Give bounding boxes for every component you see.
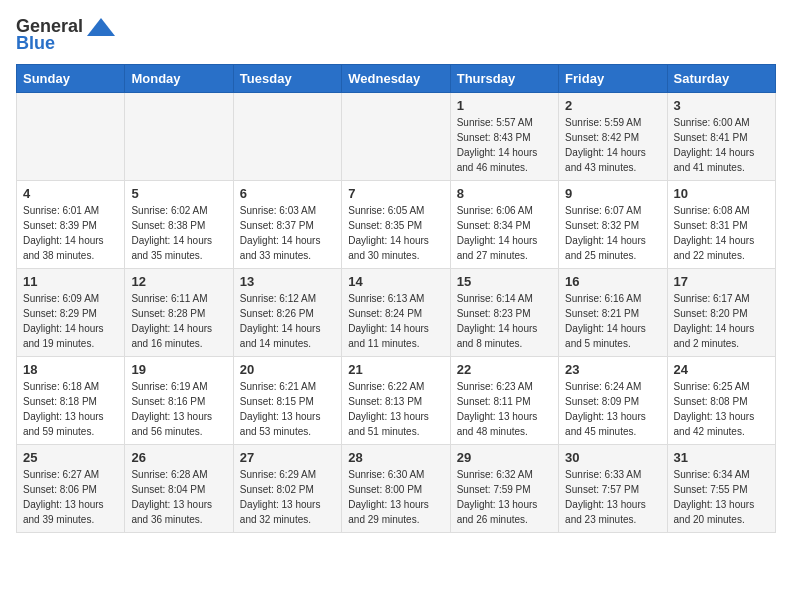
day-number: 11 [23,274,118,289]
day-info: Sunrise: 6:01 AMSunset: 8:39 PMDaylight:… [23,203,118,263]
day-number: 3 [674,98,769,113]
day-info: Sunrise: 6:33 AMSunset: 7:57 PMDaylight:… [565,467,660,527]
day-info: Sunrise: 6:25 AMSunset: 8:08 PMDaylight:… [674,379,769,439]
day-cell-20: 20Sunrise: 6:21 AMSunset: 8:15 PMDayligh… [233,357,341,445]
day-info: Sunrise: 6:34 AMSunset: 7:55 PMDaylight:… [674,467,769,527]
week-row-5: 25Sunrise: 6:27 AMSunset: 8:06 PMDayligh… [17,445,776,533]
day-cell-28: 28Sunrise: 6:30 AMSunset: 8:00 PMDayligh… [342,445,450,533]
day-number: 23 [565,362,660,377]
logo-icon [87,18,115,36]
day-info: Sunrise: 6:22 AMSunset: 8:13 PMDaylight:… [348,379,443,439]
day-cell-5: 5Sunrise: 6:02 AMSunset: 8:38 PMDaylight… [125,181,233,269]
header-day-tuesday: Tuesday [233,65,341,93]
day-number: 29 [457,450,552,465]
calendar-table: SundayMondayTuesdayWednesdayThursdayFrid… [16,64,776,533]
day-info: Sunrise: 6:28 AMSunset: 8:04 PMDaylight:… [131,467,226,527]
day-cell-13: 13Sunrise: 6:12 AMSunset: 8:26 PMDayligh… [233,269,341,357]
day-info: Sunrise: 6:11 AMSunset: 8:28 PMDaylight:… [131,291,226,351]
day-number: 16 [565,274,660,289]
empty-cell [342,93,450,181]
header-day-sunday: Sunday [17,65,125,93]
day-cell-29: 29Sunrise: 6:32 AMSunset: 7:59 PMDayligh… [450,445,558,533]
day-cell-19: 19Sunrise: 6:19 AMSunset: 8:16 PMDayligh… [125,357,233,445]
week-row-1: 1Sunrise: 5:57 AMSunset: 8:43 PMDaylight… [17,93,776,181]
header-day-friday: Friday [559,65,667,93]
svg-marker-0 [87,18,115,36]
day-number: 17 [674,274,769,289]
day-number: 8 [457,186,552,201]
day-info: Sunrise: 6:17 AMSunset: 8:20 PMDaylight:… [674,291,769,351]
day-cell-31: 31Sunrise: 6:34 AMSunset: 7:55 PMDayligh… [667,445,775,533]
day-number: 28 [348,450,443,465]
day-info: Sunrise: 6:24 AMSunset: 8:09 PMDaylight:… [565,379,660,439]
day-number: 1 [457,98,552,113]
day-number: 21 [348,362,443,377]
day-number: 22 [457,362,552,377]
day-cell-23: 23Sunrise: 6:24 AMSunset: 8:09 PMDayligh… [559,357,667,445]
empty-cell [125,93,233,181]
day-cell-24: 24Sunrise: 6:25 AMSunset: 8:08 PMDayligh… [667,357,775,445]
header-day-wednesday: Wednesday [342,65,450,93]
day-cell-7: 7Sunrise: 6:05 AMSunset: 8:35 PMDaylight… [342,181,450,269]
day-cell-8: 8Sunrise: 6:06 AMSunset: 8:34 PMDaylight… [450,181,558,269]
day-info: Sunrise: 6:02 AMSunset: 8:38 PMDaylight:… [131,203,226,263]
calendar-header: SundayMondayTuesdayWednesdayThursdayFrid… [17,65,776,93]
day-info: Sunrise: 6:08 AMSunset: 8:31 PMDaylight:… [674,203,769,263]
empty-cell [17,93,125,181]
day-info: Sunrise: 6:05 AMSunset: 8:35 PMDaylight:… [348,203,443,263]
day-info: Sunrise: 6:06 AMSunset: 8:34 PMDaylight:… [457,203,552,263]
day-info: Sunrise: 5:59 AMSunset: 8:42 PMDaylight:… [565,115,660,175]
day-cell-2: 2Sunrise: 5:59 AMSunset: 8:42 PMDaylight… [559,93,667,181]
day-number: 26 [131,450,226,465]
day-cell-25: 25Sunrise: 6:27 AMSunset: 8:06 PMDayligh… [17,445,125,533]
day-cell-16: 16Sunrise: 6:16 AMSunset: 8:21 PMDayligh… [559,269,667,357]
day-info: Sunrise: 6:12 AMSunset: 8:26 PMDaylight:… [240,291,335,351]
week-row-2: 4Sunrise: 6:01 AMSunset: 8:39 PMDaylight… [17,181,776,269]
day-number: 2 [565,98,660,113]
day-info: Sunrise: 6:32 AMSunset: 7:59 PMDaylight:… [457,467,552,527]
day-number: 10 [674,186,769,201]
header-day-monday: Monday [125,65,233,93]
calendar-body: 1Sunrise: 5:57 AMSunset: 8:43 PMDaylight… [17,93,776,533]
empty-cell [233,93,341,181]
day-number: 6 [240,186,335,201]
day-cell-9: 9Sunrise: 6:07 AMSunset: 8:32 PMDaylight… [559,181,667,269]
day-cell-27: 27Sunrise: 6:29 AMSunset: 8:02 PMDayligh… [233,445,341,533]
day-info: Sunrise: 6:00 AMSunset: 8:41 PMDaylight:… [674,115,769,175]
day-info: Sunrise: 6:29 AMSunset: 8:02 PMDaylight:… [240,467,335,527]
day-info: Sunrise: 6:30 AMSunset: 8:00 PMDaylight:… [348,467,443,527]
day-cell-15: 15Sunrise: 6:14 AMSunset: 8:23 PMDayligh… [450,269,558,357]
day-cell-10: 10Sunrise: 6:08 AMSunset: 8:31 PMDayligh… [667,181,775,269]
week-row-4: 18Sunrise: 6:18 AMSunset: 8:18 PMDayligh… [17,357,776,445]
day-info: Sunrise: 6:23 AMSunset: 8:11 PMDaylight:… [457,379,552,439]
day-number: 7 [348,186,443,201]
day-number: 31 [674,450,769,465]
header-day-saturday: Saturday [667,65,775,93]
day-cell-26: 26Sunrise: 6:28 AMSunset: 8:04 PMDayligh… [125,445,233,533]
day-cell-18: 18Sunrise: 6:18 AMSunset: 8:18 PMDayligh… [17,357,125,445]
day-number: 25 [23,450,118,465]
day-cell-14: 14Sunrise: 6:13 AMSunset: 8:24 PMDayligh… [342,269,450,357]
day-number: 30 [565,450,660,465]
day-number: 15 [457,274,552,289]
day-number: 14 [348,274,443,289]
header-row: SundayMondayTuesdayWednesdayThursdayFrid… [17,65,776,93]
day-cell-6: 6Sunrise: 6:03 AMSunset: 8:37 PMDaylight… [233,181,341,269]
day-info: Sunrise: 6:09 AMSunset: 8:29 PMDaylight:… [23,291,118,351]
day-info: Sunrise: 6:21 AMSunset: 8:15 PMDaylight:… [240,379,335,439]
day-number: 24 [674,362,769,377]
day-cell-1: 1Sunrise: 5:57 AMSunset: 8:43 PMDaylight… [450,93,558,181]
day-cell-21: 21Sunrise: 6:22 AMSunset: 8:13 PMDayligh… [342,357,450,445]
day-info: Sunrise: 5:57 AMSunset: 8:43 PMDaylight:… [457,115,552,175]
day-number: 20 [240,362,335,377]
day-number: 4 [23,186,118,201]
day-cell-11: 11Sunrise: 6:09 AMSunset: 8:29 PMDayligh… [17,269,125,357]
header-day-thursday: Thursday [450,65,558,93]
logo-blue-text: Blue [16,33,55,54]
day-number: 9 [565,186,660,201]
day-info: Sunrise: 6:13 AMSunset: 8:24 PMDaylight:… [348,291,443,351]
day-cell-17: 17Sunrise: 6:17 AMSunset: 8:20 PMDayligh… [667,269,775,357]
day-info: Sunrise: 6:18 AMSunset: 8:18 PMDaylight:… [23,379,118,439]
day-number: 5 [131,186,226,201]
day-info: Sunrise: 6:16 AMSunset: 8:21 PMDaylight:… [565,291,660,351]
